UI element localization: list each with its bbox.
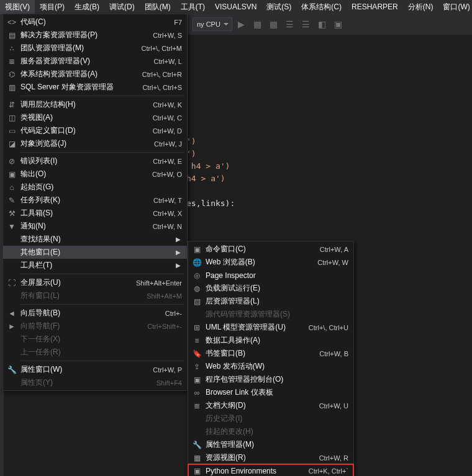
menu-shortcut: Ctrl+\, Ctrl+M: [134, 45, 182, 52]
view-menu-dropdown: <>代码(C)F7▤解决方案资源管理器(P)Ctrl+W, S⛬团队资源管理器(…: [2, 14, 188, 391]
menu-label: 调用层次结构(H): [20, 99, 145, 110]
toolbar-icon[interactable]: ☰: [299, 17, 313, 31]
menu-shortcut: Ctrl+W, W: [310, 259, 348, 266]
codedef-icon: ▭: [3, 127, 20, 135]
other-windows-item[interactable]: ≡数据工具操作(A): [188, 334, 353, 347]
toolbar-icon[interactable]: ☰: [283, 17, 297, 31]
view-menu-item[interactable]: ◫类视图(A)Ctrl+W, C: [3, 111, 187, 124]
menu-shortcut: Ctrl+W, B: [312, 350, 348, 357]
view-menu-item[interactable]: ▼通知(N)Ctrl+W, N: [3, 220, 187, 233]
cpu-config-combo[interactable]: ny CPU: [193, 17, 232, 31]
menu-shortcut: Ctrl+\, Ctrl+S: [135, 84, 182, 91]
view-menu-item[interactable]: ▥SQL Server 对象资源管理器Ctrl+\, Ctrl+S: [3, 81, 187, 94]
python-icon: ▣: [188, 467, 206, 475]
menu-label: 服务器资源管理器(V): [20, 56, 146, 66]
toolbar-icon[interactable]: ◧: [315, 17, 329, 31]
menu-shortcut: Ctrl+W, R: [312, 454, 348, 462]
solution-icon: ▤: [3, 31, 20, 40]
menu-label: 通知(N): [20, 221, 145, 231]
menubar-item[interactable]: 体系结构(C): [296, 0, 347, 14]
class-icon: ◫: [3, 114, 20, 122]
wrench-icon: 🔧: [3, 366, 20, 374]
view-menu-item[interactable]: 查找结果(N)▶: [3, 233, 187, 246]
menubar-item[interactable]: 窗口(W): [438, 0, 472, 14]
tasks-icon: ✎: [3, 196, 20, 205]
menu-shortcut: Ctrl+W, P: [145, 366, 182, 374]
menu-label: Web 发布活动(W): [206, 361, 348, 372]
view-menu-item[interactable]: ◄向后导航(B)Ctrl+-: [3, 307, 187, 320]
view-menu-item[interactable]: ⌬体系结构资源管理器(A)Ctrl+\, Ctrl+R: [3, 68, 187, 81]
menu-label: 资源视图(R): [206, 452, 312, 463]
menubar-item[interactable]: 测试(S): [261, 0, 296, 14]
other-windows-item[interactable]: ▦资源视图(R)Ctrl+W, R: [188, 451, 353, 464]
other-windows-item[interactable]: ≣文档大纲(D)Ctrl+W, U: [188, 399, 353, 412]
menu-shortcut: Shift+F4: [149, 379, 182, 387]
menu-label: 类视图(A): [20, 112, 145, 123]
view-menu-item[interactable]: 其他窗口(E)▶: [3, 246, 187, 259]
toolbox-icon: ⚒: [3, 209, 20, 218]
menu-label: SQL Server 对象资源管理器: [20, 82, 135, 92]
view-menu-item[interactable]: ⚒工具箱(S)Ctrl+W, X: [3, 207, 187, 220]
view-menu-item[interactable]: 🔧属性窗口(W)Ctrl+W, P: [3, 363, 187, 376]
notify-icon: ▼: [3, 222, 20, 231]
view-menu-item[interactable]: ▭代码定义窗口(D)Ctrl+W, D: [3, 124, 187, 137]
view-menu-item[interactable]: ⇵调用层次结构(H)Ctrl+W, K: [3, 98, 187, 111]
view-menu-item[interactable]: ⊘错误列表(I)Ctrl+W, E: [3, 155, 187, 168]
other-windows-item[interactable]: ▤层资源管理器(L): [188, 295, 353, 308]
menubar-item[interactable]: 生成(B): [70, 0, 104, 14]
menubar-item[interactable]: 工具(T): [176, 0, 210, 14]
menu-separator: [20, 274, 184, 274]
view-menu-item[interactable]: <>代码(C)F7: [3, 16, 187, 29]
view-menu-item[interactable]: 工具栏(T)▶: [3, 259, 187, 272]
menu-label: 解决方案资源管理器(P): [20, 30, 145, 40]
view-menu-item: ►向前导航(F)Ctrl+Shift+-: [3, 320, 187, 333]
other-windows-item[interactable]: ∞Browser Link 仪表板: [188, 386, 353, 399]
other-windows-item[interactable]: ▣程序包管理器控制台(O): [188, 373, 353, 386]
menu-label: Python Environments: [206, 467, 301, 475]
menu-shortcut: Ctrl+W, D: [145, 127, 182, 135]
code-background: ') ') h4 > a') h4 > a') es,links):: [186, 48, 235, 210]
toolbar-icon[interactable]: ▦: [267, 17, 281, 31]
menu-shortcut: Ctrl+W, E: [145, 158, 182, 165]
view-menu-item[interactable]: ⌂起始页(G): [3, 181, 187, 194]
menubar-item[interactable]: VISUALSVN: [210, 1, 261, 13]
other-windows-item[interactable]: ▣命令窗口(C)Ctrl+W, A: [188, 243, 353, 256]
error-icon: ⊘: [3, 157, 20, 166]
other-windows-item[interactable]: ◍负载测试运行(E): [188, 282, 353, 295]
menubar-item[interactable]: RESHARPER: [347, 1, 403, 13]
view-menu-item[interactable]: ◪对象浏览器(J)Ctrl+W, J: [3, 137, 187, 150]
other-windows-item[interactable]: 🔧属性管理器(M): [188, 438, 353, 451]
other-windows-item[interactable]: 🌐Web 浏览器(B)Ctrl+W, W: [188, 256, 353, 269]
menubar-item[interactable]: 项目(P): [35, 0, 70, 14]
menubar-item[interactable]: 调试(D): [104, 0, 140, 14]
menu-label: 对象浏览器(J): [20, 138, 147, 149]
other-windows-item[interactable]: ▣Python EnvironmentsCtrl+K, Ctrl+`: [188, 464, 353, 476]
menu-label: 历史记录(I): [206, 413, 348, 424]
toolbar-icon[interactable]: ▦: [251, 17, 265, 31]
view-menu-item[interactable]: ≣服务器资源管理器(V)Ctrl+W, L: [3, 55, 187, 68]
webpub-icon: ⇪: [188, 362, 206, 371]
menu-label: Page Inspector: [206, 271, 348, 280]
other-windows-item[interactable]: ⇪Web 发布活动(W): [188, 360, 353, 373]
view-menu-item[interactable]: ✎任务列表(K)Ctrl+W, T: [3, 194, 187, 207]
view-menu-item[interactable]: ⛬团队资源管理器(M)Ctrl+\, Ctrl+M: [3, 42, 187, 55]
other-windows-item[interactable]: 🔖书签窗口(B)Ctrl+W, B: [188, 347, 353, 360]
menubar-item[interactable]: 视图(V): [0, 0, 35, 14]
menu-shortcut: Ctrl+W, K: [145, 101, 182, 109]
menu-label: 输出(O): [20, 169, 145, 179]
code-icon: <>: [3, 18, 20, 27]
menu-label: 团队资源管理器(M): [20, 43, 134, 53]
menubar-item[interactable]: 分析(N): [403, 0, 438, 14]
cmd-icon: ▣: [188, 245, 206, 254]
view-menu-item[interactable]: ▤解决方案资源管理器(P)Ctrl+W, S: [3, 29, 187, 42]
cpu-config-value: ny CPU: [197, 20, 220, 28]
toolbar-icon[interactable]: ▣: [332, 17, 345, 31]
other-windows-item[interactable]: ◎Page Inspector: [188, 269, 353, 282]
menu-label: 代码(C): [20, 17, 166, 27]
toolbar-icon[interactable]: ▶: [235, 17, 248, 31]
menubar-item[interactable]: 团队(M): [140, 0, 176, 14]
view-menu-item[interactable]: ⛶全屏显示(U)Shift+Alt+Enter: [3, 276, 187, 289]
view-menu-item[interactable]: ▣输出(O)Ctrl+W, O: [3, 168, 187, 181]
inspect-icon: ◎: [188, 271, 206, 280]
other-windows-item[interactable]: ⊞UML 模型资源管理器(U)Ctrl+\, Ctrl+U: [188, 321, 353, 334]
